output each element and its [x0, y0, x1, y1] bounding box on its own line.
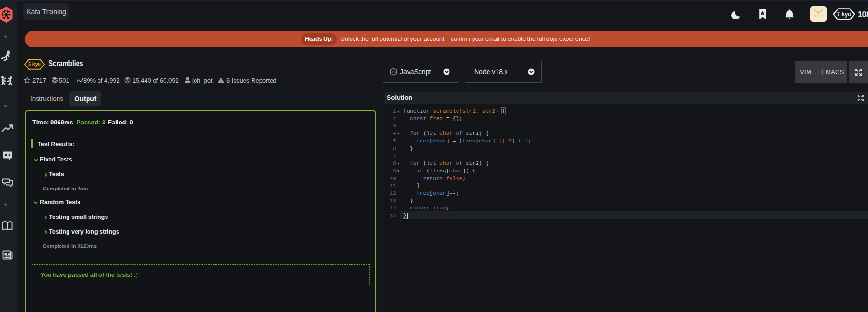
svg-text:7 kyu: 7 kyu — [837, 11, 851, 18]
svg-text:JS: JS — [392, 70, 396, 74]
svg-text:5 kyu: 5 kyu — [28, 61, 41, 67]
